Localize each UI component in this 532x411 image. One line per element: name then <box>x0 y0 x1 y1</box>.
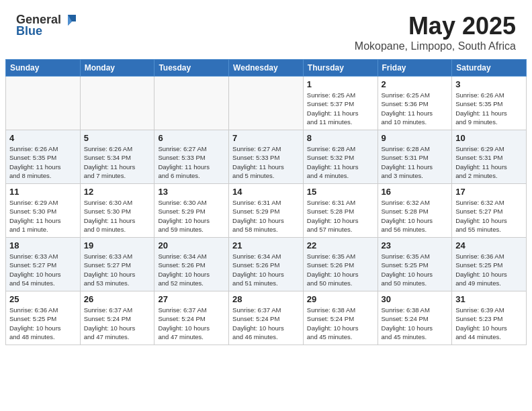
page-title: May 2025 <box>355 12 516 40</box>
day-info: Sunrise: 6:26 AM Sunset: 5:35 PM Dayligh… <box>9 144 77 180</box>
col-tuesday: Tuesday <box>154 60 229 77</box>
table-row <box>229 77 304 130</box>
day-number: 14 <box>232 187 300 197</box>
day-number: 1 <box>307 79 374 89</box>
day-number: 23 <box>382 240 449 250</box>
day-number: 9 <box>382 133 449 143</box>
day-number: 22 <box>307 240 374 250</box>
table-row: 25Sunrise: 6:36 AM Sunset: 5:25 PM Dayli… <box>6 291 81 345</box>
day-info: Sunrise: 6:26 AM Sunset: 5:35 PM Dayligh… <box>455 91 523 126</box>
table-row: 26Sunrise: 6:37 AM Sunset: 5:24 PM Dayli… <box>80 291 154 345</box>
calendar-week-row: 1Sunrise: 6:25 AM Sunset: 5:37 PM Daylig… <box>6 77 527 130</box>
col-friday: Friday <box>378 60 452 77</box>
day-info: Sunrise: 6:27 AM Sunset: 5:33 PM Dayligh… <box>158 144 225 180</box>
day-info: Sunrise: 6:38 AM Sunset: 5:24 PM Dayligh… <box>307 306 374 341</box>
day-info: Sunrise: 6:38 AM Sunset: 5:24 PM Dayligh… <box>382 306 449 341</box>
day-number: 28 <box>232 294 300 304</box>
day-number: 29 <box>307 294 374 304</box>
table-row: 27Sunrise: 6:37 AM Sunset: 5:24 PM Dayli… <box>154 291 229 345</box>
day-info: Sunrise: 6:28 AM Sunset: 5:32 PM Dayligh… <box>307 144 374 180</box>
day-info: Sunrise: 6:39 AM Sunset: 5:23 PM Dayligh… <box>455 306 523 341</box>
day-number: 17 <box>455 187 523 197</box>
calendar-week-row: 25Sunrise: 6:36 AM Sunset: 5:25 PM Dayli… <box>6 291 527 345</box>
table-row: 22Sunrise: 6:35 AM Sunset: 5:26 PM Dayli… <box>303 238 378 291</box>
logo: General Blue <box>16 12 77 38</box>
day-number: 6 <box>158 133 225 143</box>
table-row: 28Sunrise: 6:37 AM Sunset: 5:24 PM Dayli… <box>229 291 304 345</box>
table-row: 6Sunrise: 6:27 AM Sunset: 5:33 PM Daylig… <box>154 130 229 184</box>
day-info: Sunrise: 6:31 AM Sunset: 5:29 PM Dayligh… <box>232 198 300 234</box>
day-number: 26 <box>84 294 151 304</box>
day-info: Sunrise: 6:28 AM Sunset: 5:31 PM Dayligh… <box>382 144 449 180</box>
table-row: 2Sunrise: 6:25 AM Sunset: 5:36 PM Daylig… <box>378 77 452 130</box>
day-info: Sunrise: 6:34 AM Sunset: 5:26 PM Dayligh… <box>232 252 300 287</box>
table-row: 5Sunrise: 6:26 AM Sunset: 5:34 PM Daylig… <box>80 130 154 184</box>
page-header: General Blue May 2025 Mokopane, Limpopo,… <box>0 0 532 59</box>
day-number: 11 <box>9 187 77 197</box>
table-row: 23Sunrise: 6:35 AM Sunset: 5:25 PM Dayli… <box>378 238 452 291</box>
day-info: Sunrise: 6:37 AM Sunset: 5:24 PM Dayligh… <box>158 306 225 341</box>
table-row <box>80 77 154 130</box>
day-info: Sunrise: 6:33 AM Sunset: 5:27 PM Dayligh… <box>84 252 151 287</box>
page-subtitle: Mokopane, Limpopo, South Africa <box>355 40 516 52</box>
day-number: 30 <box>382 294 449 304</box>
calendar-week-row: 4Sunrise: 6:26 AM Sunset: 5:35 PM Daylig… <box>6 130 527 184</box>
col-thursday: Thursday <box>303 60 378 77</box>
table-row: 3Sunrise: 6:26 AM Sunset: 5:35 PM Daylig… <box>452 77 527 130</box>
day-info: Sunrise: 6:27 AM Sunset: 5:33 PM Dayligh… <box>232 144 300 180</box>
day-info: Sunrise: 6:31 AM Sunset: 5:28 PM Dayligh… <box>307 198 374 234</box>
col-saturday: Saturday <box>452 60 527 77</box>
day-number: 19 <box>84 240 151 250</box>
calendar-week-row: 11Sunrise: 6:29 AM Sunset: 5:30 PM Dayli… <box>6 184 527 238</box>
col-monday: Monday <box>80 60 154 77</box>
table-row: 16Sunrise: 6:32 AM Sunset: 5:28 PM Dayli… <box>378 184 452 238</box>
day-info: Sunrise: 6:36 AM Sunset: 5:25 PM Dayligh… <box>455 252 523 287</box>
day-number: 24 <box>455 240 523 250</box>
day-number: 12 <box>84 187 151 197</box>
calendar-header-row: Sunday Monday Tuesday Wednesday Thursday… <box>6 60 527 77</box>
table-row <box>6 77 81 130</box>
table-row <box>154 77 229 130</box>
table-row: 9Sunrise: 6:28 AM Sunset: 5:31 PM Daylig… <box>378 130 452 184</box>
day-info: Sunrise: 6:26 AM Sunset: 5:34 PM Dayligh… <box>84 144 151 180</box>
day-info: Sunrise: 6:33 AM Sunset: 5:27 PM Dayligh… <box>9 252 77 287</box>
table-row: 7Sunrise: 6:27 AM Sunset: 5:33 PM Daylig… <box>229 130 304 184</box>
table-row: 12Sunrise: 6:30 AM Sunset: 5:30 PM Dayli… <box>80 184 154 238</box>
table-row: 20Sunrise: 6:34 AM Sunset: 5:26 PM Dayli… <box>154 238 229 291</box>
day-number: 18 <box>9 240 77 250</box>
day-info: Sunrise: 6:29 AM Sunset: 5:30 PM Dayligh… <box>9 198 77 234</box>
col-wednesday: Wednesday <box>229 60 304 77</box>
logo-icon <box>62 12 77 27</box>
table-row: 29Sunrise: 6:38 AM Sunset: 5:24 PM Dayli… <box>303 291 378 345</box>
day-number: 4 <box>9 133 77 143</box>
table-row: 31Sunrise: 6:39 AM Sunset: 5:23 PM Dayli… <box>452 291 527 345</box>
table-row: 18Sunrise: 6:33 AM Sunset: 5:27 PM Dayli… <box>6 238 81 291</box>
table-row: 24Sunrise: 6:36 AM Sunset: 5:25 PM Dayli… <box>452 238 527 291</box>
day-info: Sunrise: 6:35 AM Sunset: 5:26 PM Dayligh… <box>307 252 374 287</box>
day-info: Sunrise: 6:25 AM Sunset: 5:36 PM Dayligh… <box>382 91 449 126</box>
table-row: 11Sunrise: 6:29 AM Sunset: 5:30 PM Dayli… <box>6 184 81 238</box>
table-row: 19Sunrise: 6:33 AM Sunset: 5:27 PM Dayli… <box>80 238 154 291</box>
day-info: Sunrise: 6:32 AM Sunset: 5:28 PM Dayligh… <box>382 198 449 234</box>
day-info: Sunrise: 6:29 AM Sunset: 5:31 PM Dayligh… <box>455 144 523 180</box>
day-number: 8 <box>307 133 374 143</box>
day-number: 21 <box>232 240 300 250</box>
table-row: 30Sunrise: 6:38 AM Sunset: 5:24 PM Dayli… <box>378 291 452 345</box>
day-number: 3 <box>455 79 523 89</box>
day-number: 7 <box>232 133 300 143</box>
table-row: 14Sunrise: 6:31 AM Sunset: 5:29 PM Dayli… <box>229 184 304 238</box>
day-number: 5 <box>84 133 151 143</box>
day-info: Sunrise: 6:30 AM Sunset: 5:29 PM Dayligh… <box>158 198 225 234</box>
table-row: 21Sunrise: 6:34 AM Sunset: 5:26 PM Dayli… <box>229 238 304 291</box>
logo-blue-text: Blue <box>16 24 42 38</box>
col-sunday: Sunday <box>6 60 81 77</box>
calendar-table: Sunday Monday Tuesday Wednesday Thursday… <box>5 59 527 345</box>
day-number: 27 <box>158 294 225 304</box>
day-number: 13 <box>158 187 225 197</box>
table-row: 8Sunrise: 6:28 AM Sunset: 5:32 PM Daylig… <box>303 130 378 184</box>
day-number: 16 <box>382 187 449 197</box>
day-info: Sunrise: 6:37 AM Sunset: 5:24 PM Dayligh… <box>84 306 151 341</box>
day-number: 2 <box>382 79 449 89</box>
table-row: 17Sunrise: 6:32 AM Sunset: 5:27 PM Dayli… <box>452 184 527 238</box>
table-row: 4Sunrise: 6:26 AM Sunset: 5:35 PM Daylig… <box>6 130 81 184</box>
